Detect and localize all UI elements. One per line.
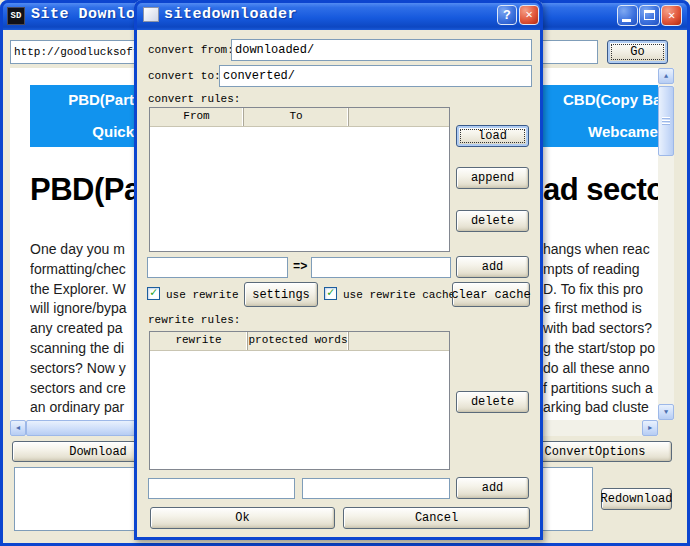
maximize-button[interactable] <box>639 5 660 26</box>
banner-text: PBD(Part <box>30 91 134 108</box>
delete-rewrite-rule-button[interactable]: delete <box>456 391 529 413</box>
page-text-line: the Explorer. W <box>30 280 134 300</box>
rewrite-input[interactable] <box>148 478 295 499</box>
site-downloader-window: SD Site Downloade ✕ Go PBD(Part Quick CB… <box>0 0 690 546</box>
minimize-button[interactable] <box>617 5 638 26</box>
page-text-line: sectors and cre <box>30 379 134 399</box>
banner-text: Quick <box>30 123 134 140</box>
dialog-close-button[interactable]: ✕ <box>519 5 539 25</box>
page-heading-right: ad secto <box>543 172 658 210</box>
minimize-icon <box>622 19 631 22</box>
app-icon: SD <box>7 7 25 25</box>
vertical-scroll-thumb[interactable] <box>658 86 674 156</box>
left-arrow-icon: ◄ <box>16 424 20 432</box>
scroll-down-button[interactable]: ▼ <box>658 404 674 420</box>
rewrite-rules-table[interactable]: rewrite protected words <box>149 331 450 470</box>
add-convert-rule-button[interactable]: add <box>456 256 529 278</box>
column-header-protected-words[interactable]: protected words <box>248 332 349 350</box>
load-button[interactable]: load <box>456 125 529 147</box>
dialog-icon <box>143 7 159 22</box>
page-heading-left: PBD(Pa <box>30 172 134 210</box>
arrow-label: => <box>293 260 307 274</box>
use-rewrite-cache-label[interactable]: use rewrite cache <box>343 289 455 301</box>
page-text-line: g the start/stop po <box>543 339 658 359</box>
scroll-up-button[interactable]: ▲ <box>658 68 674 84</box>
close-icon: ✕ <box>525 9 532 21</box>
settings-button[interactable]: settings <box>244 282 318 307</box>
page-text-line: sectors? Now y <box>30 359 134 379</box>
cancel-button[interactable]: Cancel <box>343 507 530 529</box>
check-icon: ✓ <box>150 287 157 299</box>
convert-from-input[interactable] <box>231 39 532 61</box>
use-rewrite-checkbox[interactable]: ✓ <box>147 287 160 300</box>
column-header-from[interactable]: From <box>150 108 244 126</box>
page-text-line: do all these anno <box>543 359 658 379</box>
page-text-line: with bad sectors? <box>543 319 658 339</box>
redownload-button[interactable]: Redownload <box>601 488 672 510</box>
convert-rule-from-input[interactable] <box>147 257 288 278</box>
use-rewrite-cache-checkbox[interactable]: ✓ <box>324 287 337 300</box>
column-header-empty[interactable] <box>349 108 449 126</box>
convert-rule-to-input[interactable] <box>311 257 451 278</box>
page-text-line: formatting/chec <box>30 260 134 280</box>
column-header-rewrite[interactable]: rewrite <box>150 332 248 350</box>
append-button[interactable]: append <box>456 167 529 189</box>
banner-text: Webcame <box>588 123 658 140</box>
convert-to-label: convert to: <box>148 70 221 82</box>
add-rewrite-rule-button[interactable]: add <box>456 477 529 499</box>
dialog-titlebar: sitedownloader ? ✕ <box>134 0 543 30</box>
vertical-scrollbar[interactable]: ▲ ▼ <box>658 68 674 420</box>
page-text-line: will ignore/bypa <box>30 299 134 319</box>
dialog-help-button[interactable]: ? <box>497 5 517 25</box>
convert-rules-label: convert rules: <box>148 93 240 105</box>
use-rewrite-label[interactable]: use rewrite <box>166 289 239 301</box>
convert-to-input[interactable] <box>219 65 532 87</box>
rewrite-rules-header: rewrite protected words <box>150 332 449 351</box>
rewrite-rules-label: rewrite rules: <box>148 314 240 326</box>
page-text-line: One day you m <box>30 240 134 260</box>
page-text-right: hangs when reac mpts of reading D. To fi… <box>543 240 658 418</box>
protected-words-input[interactable] <box>302 478 450 499</box>
sitedownloader-dialog: sitedownloader ? ✕ convert from: convert… <box>134 0 543 540</box>
thumb-grip <box>662 117 670 125</box>
check-icon: ✓ <box>327 287 334 299</box>
page-text-line: scanning the di <box>30 339 134 359</box>
clear-cache-button[interactable]: clear cache <box>452 282 530 307</box>
column-header-empty[interactable] <box>349 332 449 350</box>
page-text-left: One day you m formatting/chec the Explor… <box>30 240 134 420</box>
go-button[interactable]: Go <box>607 40 668 64</box>
column-header-to[interactable]: To <box>244 108 349 126</box>
convert-rules-header: From To <box>150 108 449 127</box>
page-text-line: f partitions such a <box>543 379 658 399</box>
right-arrow-icon: ► <box>648 424 652 432</box>
scroll-right-button[interactable]: ► <box>642 420 658 436</box>
help-icon: ? <box>503 9 511 22</box>
banner-text: CBD(Copy Ba <box>563 91 658 108</box>
page-text-line: any created pa <box>30 319 134 339</box>
scroll-left-button[interactable]: ◄ <box>10 420 26 436</box>
delete-convert-rule-button[interactable]: delete <box>456 210 529 232</box>
dialog-title: sitedownloader <box>164 6 297 23</box>
close-button[interactable]: ✕ <box>661 5 682 26</box>
ok-button[interactable]: Ok <box>150 507 335 529</box>
page-text-line: hangs when reac <box>543 240 658 260</box>
convert-rules-table[interactable]: From To <box>149 107 450 252</box>
page-text-line: e first method is <box>543 299 658 319</box>
page-text-line: arking bad cluste <box>543 398 658 418</box>
down-arrow-icon: ▼ <box>664 408 668 416</box>
page-text-line: an ordinary par <box>30 398 134 418</box>
up-arrow-icon: ▲ <box>664 72 668 80</box>
page-text-line: mpts of reading <box>543 260 658 280</box>
convert-from-label: convert from: <box>148 44 234 56</box>
page-text-line: D. To fix this pro <box>543 280 658 300</box>
maximize-icon <box>644 10 655 20</box>
close-icon: ✕ <box>668 10 675 22</box>
